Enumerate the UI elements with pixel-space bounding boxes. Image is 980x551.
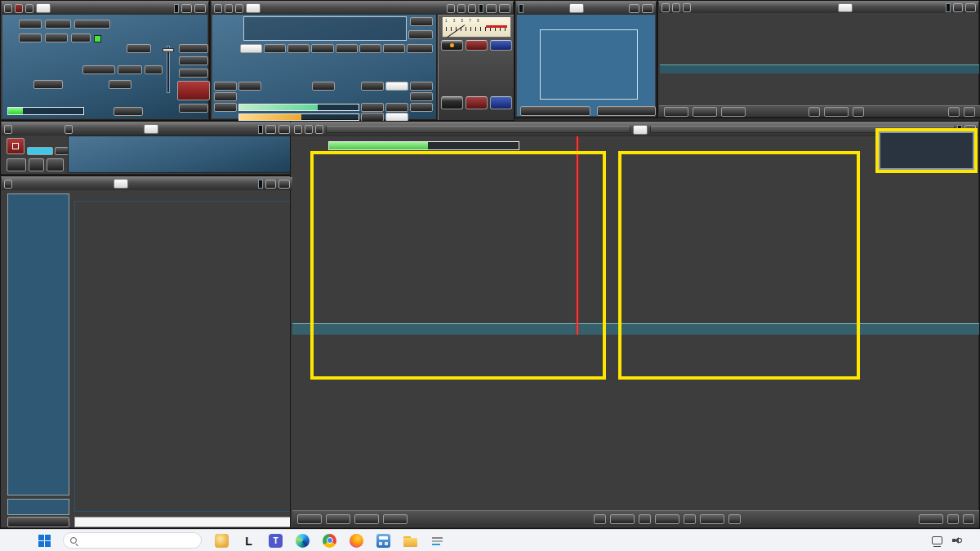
plugins-close-button[interactable] xyxy=(642,4,653,13)
aux-resize-handle[interactable] xyxy=(964,107,975,117)
pwr-snr-csv-button[interactable] xyxy=(305,125,313,134)
file-explorer-icon[interactable] xyxy=(403,534,417,548)
mainsp-waterfall[interactable] xyxy=(292,335,979,510)
sqlc-button[interactable] xyxy=(214,103,237,112)
lo-lock-button[interactable] xyxy=(179,69,208,78)
mw-key[interactable] xyxy=(441,96,463,109)
aux-info-button[interactable] xyxy=(948,107,960,117)
nsoff-button[interactable] xyxy=(385,82,408,91)
scanner-minimize-button[interactable] xyxy=(265,125,276,134)
rsyn1-button[interactable] xyxy=(447,4,455,13)
rf-gain-track[interactable] xyxy=(167,46,170,93)
aux-f-button[interactable] xyxy=(672,3,680,12)
mainsp-info-button[interactable] xyxy=(947,514,959,524)
nr-button[interactable] xyxy=(361,82,384,91)
main-close-button[interactable] xyxy=(194,4,206,13)
aux-minimize-button[interactable] xyxy=(953,3,963,12)
aux-freq-scale[interactable] xyxy=(660,64,979,73)
mode-cw[interactable] xyxy=(311,44,333,53)
aux-spectrum[interactable] xyxy=(660,13,979,64)
mem-minimize-button[interactable] xyxy=(265,180,276,189)
calculator-icon[interactable] xyxy=(376,534,390,548)
mem-close-button[interactable] xyxy=(278,180,290,189)
mainsp-sp-button[interactable] xyxy=(297,514,322,524)
rx-button[interactable] xyxy=(71,33,91,42)
sp1-button[interactable] xyxy=(19,33,42,42)
sp2-button[interactable] xyxy=(45,33,68,42)
scan-range-button[interactable] xyxy=(27,147,53,155)
mainsp-close-button[interactable] xyxy=(964,125,976,134)
opt-button[interactable] xyxy=(19,20,42,29)
mode-sam[interactable] xyxy=(264,44,286,53)
mainsp-spectrum[interactable] xyxy=(292,136,979,323)
qmr-button[interactable] xyxy=(238,82,261,91)
rx-exw-button[interactable] xyxy=(235,4,243,13)
scanner-config-button[interactable] xyxy=(4,125,12,134)
scanner-close-button[interactable] xyxy=(278,125,290,134)
rx-sett-button[interactable] xyxy=(214,4,222,13)
scanner-pause-button[interactable] xyxy=(29,158,44,171)
store-button[interactable] xyxy=(4,180,12,189)
plugins-minimize-button[interactable] xyxy=(629,4,639,13)
rx-minimize-button[interactable] xyxy=(486,4,497,13)
conso-button[interactable] xyxy=(383,514,408,524)
meet-now-icon[interactable] xyxy=(215,534,229,548)
mctr-button[interactable] xyxy=(457,4,466,13)
mode-digital[interactable] xyxy=(407,44,433,53)
bias-t-button[interactable] xyxy=(33,80,63,89)
main-ma-button[interactable] xyxy=(15,4,23,13)
if-mode-button[interactable] xyxy=(109,80,131,89)
screenshot-button[interactable] xyxy=(315,125,323,134)
dab-button[interactable] xyxy=(145,65,163,74)
mainsp-spwf-button[interactable] xyxy=(354,514,379,524)
qms-button[interactable] xyxy=(214,82,237,91)
scan-button[interactable] xyxy=(45,20,71,29)
aux-fmaf-button[interactable] xyxy=(683,3,691,12)
volume-bar[interactable] xyxy=(238,113,359,121)
scanner-stop-button[interactable] xyxy=(7,138,24,154)
mode-fm[interactable] xyxy=(287,44,310,53)
sdruno-app-icon[interactable]: L xyxy=(242,534,256,548)
zoom-in-button[interactable] xyxy=(639,514,651,524)
del-vrx-button[interactable] xyxy=(179,56,208,65)
agc-fast-button[interactable] xyxy=(385,103,408,112)
mainsp-sett-button[interactable] xyxy=(294,125,302,134)
snip-tool-icon[interactable] xyxy=(430,534,444,548)
notches-button[interactable] xyxy=(82,65,115,74)
aux-wf-button[interactable] xyxy=(693,107,717,117)
scheduler-button[interactable] xyxy=(74,20,110,29)
main-minimize-button[interactable] xyxy=(181,4,192,13)
sqlc-level-bar[interactable] xyxy=(238,104,359,111)
bands-button[interactable] xyxy=(466,40,488,51)
teams-icon[interactable]: T xyxy=(269,534,283,548)
mainsp-wf-button[interactable] xyxy=(326,514,350,524)
mute-button[interactable] xyxy=(214,92,237,101)
sqlc-thr-button[interactable] xyxy=(919,514,943,524)
add-vrx-button[interactable] xyxy=(179,44,208,53)
edge-icon[interactable] xyxy=(296,534,310,548)
scanner-skip-button[interactable] xyxy=(47,158,64,171)
aux-zoom-out-button[interactable] xyxy=(808,107,820,117)
mem-pan-button[interactable] xyxy=(179,104,208,113)
aux-close-button[interactable] xyxy=(965,3,976,12)
aux-sett-button[interactable] xyxy=(662,3,670,12)
unload-all-plugins-button[interactable] xyxy=(520,106,590,116)
aux-sp-button[interactable] xyxy=(664,107,688,117)
decimation-value[interactable] xyxy=(127,44,151,53)
firefox-icon[interactable] xyxy=(350,534,363,548)
sbw-right-button[interactable] xyxy=(728,514,741,524)
load-plugins-button[interactable] xyxy=(597,106,656,116)
start-button[interactable] xyxy=(38,534,51,548)
mode-dsb[interactable] xyxy=(336,44,358,53)
clear-key[interactable] xyxy=(466,96,488,109)
mhz-button[interactable] xyxy=(490,40,512,51)
store-profile-button[interactable] xyxy=(7,517,69,527)
rms-button[interactable] xyxy=(410,17,433,26)
rx-close-button[interactable] xyxy=(499,4,510,13)
mode-usb[interactable] xyxy=(383,44,405,53)
enter-key[interactable] xyxy=(490,96,512,109)
mode-am[interactable] xyxy=(240,44,262,53)
aux-zoom-in-button[interactable] xyxy=(853,107,864,117)
scanner-play-button[interactable] xyxy=(7,158,26,171)
rx-rdsw-button[interactable] xyxy=(225,4,233,13)
